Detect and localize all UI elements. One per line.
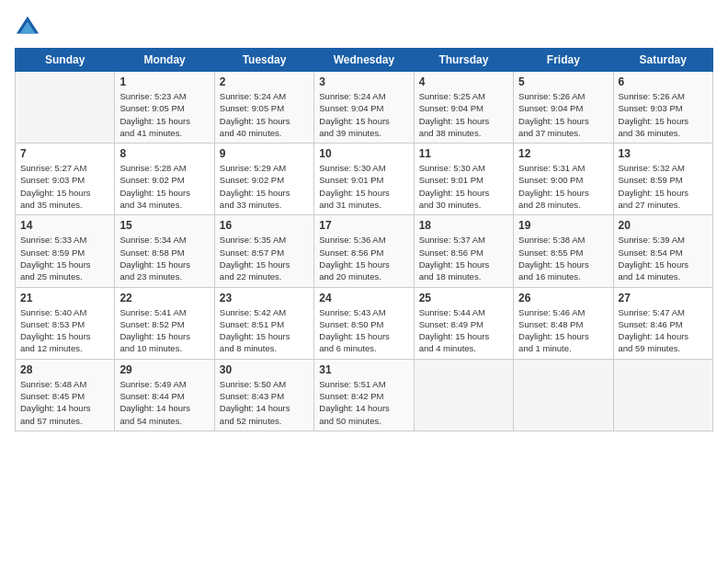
day-info: Sunrise: 5:24 AMSunset: 9:04 PMDaylight:… <box>319 90 408 139</box>
day-of-week-header: Tuesday <box>214 49 313 72</box>
calendar-cell: 26Sunrise: 5:46 AMSunset: 8:48 PMDayligh… <box>514 287 613 359</box>
day-number: 3 <box>319 75 408 88</box>
day-number: 9 <box>220 147 309 160</box>
day-number: 20 <box>619 219 708 232</box>
day-info: Sunrise: 5:36 AMSunset: 8:56 PMDaylight:… <box>319 234 408 282</box>
calendar-cell: 19Sunrise: 5:38 AMSunset: 8:55 PMDayligh… <box>514 215 613 287</box>
day-number: 17 <box>319 219 408 232</box>
day-number: 21 <box>20 292 109 304</box>
day-number: 29 <box>119 363 209 376</box>
day-number: 6 <box>619 75 708 88</box>
calendar-cell: 29Sunrise: 5:49 AMSunset: 8:44 PMDayligh… <box>115 359 214 431</box>
logo-icon <box>15 15 40 40</box>
day-number: 24 <box>319 292 408 304</box>
day-number: 10 <box>319 147 408 160</box>
calendar-cell: 22Sunrise: 5:41 AMSunset: 8:52 PMDayligh… <box>115 287 214 359</box>
day-info: Sunrise: 5:25 AMSunset: 9:04 PMDaylight:… <box>419 90 508 139</box>
calendar-cell: 9Sunrise: 5:29 AMSunset: 9:02 PMDaylight… <box>214 144 313 215</box>
day-info: Sunrise: 5:32 AMSunset: 8:59 PMDaylight:… <box>619 162 708 211</box>
day-number: 8 <box>119 147 209 160</box>
day-number: 4 <box>419 75 508 88</box>
day-info: Sunrise: 5:49 AMSunset: 8:44 PMDaylight:… <box>119 378 209 427</box>
day-number: 25 <box>419 292 508 304</box>
day-number: 23 <box>220 292 309 304</box>
day-number: 5 <box>518 75 608 88</box>
day-of-week-header: Friday <box>514 49 613 72</box>
day-of-week-header: Thursday <box>414 49 513 72</box>
calendar-cell: 31Sunrise: 5:51 AMSunset: 8:42 PMDayligh… <box>314 359 414 431</box>
calendar-cell <box>514 359 613 431</box>
day-info: Sunrise: 5:28 AMSunset: 9:02 PMDaylight:… <box>119 162 209 211</box>
day-info: Sunrise: 5:30 AMSunset: 9:01 PMDaylight:… <box>419 162 508 211</box>
day-number: 19 <box>518 219 608 232</box>
day-info: Sunrise: 5:26 AMSunset: 9:03 PMDaylight:… <box>619 90 708 139</box>
day-info: Sunrise: 5:31 AMSunset: 9:00 PMDaylight:… <box>518 162 608 211</box>
calendar-cell <box>16 72 115 144</box>
day-info: Sunrise: 5:41 AMSunset: 8:52 PMDaylight:… <box>119 306 209 355</box>
calendar-cell: 14Sunrise: 5:33 AMSunset: 8:59 PMDayligh… <box>16 215 115 287</box>
day-info: Sunrise: 5:50 AMSunset: 8:43 PMDaylight:… <box>220 378 309 427</box>
calendar-cell: 16Sunrise: 5:35 AMSunset: 8:57 PMDayligh… <box>214 215 313 287</box>
day-info: Sunrise: 5:33 AMSunset: 8:59 PMDaylight:… <box>20 234 109 282</box>
day-info: Sunrise: 5:39 AMSunset: 8:54 PMDaylight:… <box>619 234 708 282</box>
calendar-cell: 5Sunrise: 5:26 AMSunset: 9:04 PMDaylight… <box>514 72 613 144</box>
day-info: Sunrise: 5:34 AMSunset: 8:58 PMDaylight:… <box>119 234 209 282</box>
day-number: 18 <box>419 219 508 232</box>
day-info: Sunrise: 5:29 AMSunset: 9:02 PMDaylight:… <box>220 162 309 211</box>
day-info: Sunrise: 5:23 AMSunset: 9:05 PMDaylight:… <box>119 90 209 139</box>
calendar-week-row: 28Sunrise: 5:48 AMSunset: 8:45 PMDayligh… <box>16 359 713 431</box>
calendar-cell: 10Sunrise: 5:30 AMSunset: 9:01 PMDayligh… <box>314 144 414 215</box>
calendar-cell: 12Sunrise: 5:31 AMSunset: 9:00 PMDayligh… <box>514 144 613 215</box>
calendar-cell: 25Sunrise: 5:44 AMSunset: 8:49 PMDayligh… <box>414 287 513 359</box>
calendar-cell: 15Sunrise: 5:34 AMSunset: 8:58 PMDayligh… <box>115 215 214 287</box>
calendar-cell: 24Sunrise: 5:43 AMSunset: 8:50 PMDayligh… <box>314 287 414 359</box>
day-number: 28 <box>20 363 109 376</box>
day-info: Sunrise: 5:48 AMSunset: 8:45 PMDaylight:… <box>20 378 109 427</box>
logo <box>15 15 44 40</box>
calendar-week-row: 14Sunrise: 5:33 AMSunset: 8:59 PMDayligh… <box>16 215 713 287</box>
day-info: Sunrise: 5:30 AMSunset: 9:01 PMDaylight:… <box>319 162 408 211</box>
day-of-week-header: Wednesday <box>314 49 414 72</box>
day-of-week-header: Sunday <box>16 49 115 72</box>
calendar-cell: 6Sunrise: 5:26 AMSunset: 9:03 PMDaylight… <box>613 72 712 144</box>
day-number: 31 <box>319 363 408 376</box>
day-number: 15 <box>119 219 209 232</box>
day-number: 7 <box>20 147 109 160</box>
page-header <box>15 15 713 40</box>
day-info: Sunrise: 5:51 AMSunset: 8:42 PMDaylight:… <box>319 378 408 427</box>
calendar-cell: 23Sunrise: 5:42 AMSunset: 8:51 PMDayligh… <box>214 287 313 359</box>
calendar-cell: 28Sunrise: 5:48 AMSunset: 8:45 PMDayligh… <box>16 359 115 431</box>
day-info: Sunrise: 5:47 AMSunset: 8:46 PMDaylight:… <box>619 306 708 355</box>
day-info: Sunrise: 5:26 AMSunset: 9:04 PMDaylight:… <box>518 90 608 139</box>
calendar-week-row: 1Sunrise: 5:23 AMSunset: 9:05 PMDaylight… <box>16 72 713 144</box>
calendar-cell: 4Sunrise: 5:25 AMSunset: 9:04 PMDaylight… <box>414 72 513 144</box>
day-number: 13 <box>619 147 708 160</box>
calendar-header: SundayMondayTuesdayWednesdayThursdayFrid… <box>16 49 713 72</box>
calendar-week-row: 7Sunrise: 5:27 AMSunset: 9:03 PMDaylight… <box>16 144 713 215</box>
calendar-cell: 11Sunrise: 5:30 AMSunset: 9:01 PMDayligh… <box>414 144 513 215</box>
days-of-week-row: SundayMondayTuesdayWednesdayThursdayFrid… <box>16 49 713 72</box>
day-info: Sunrise: 5:40 AMSunset: 8:53 PMDaylight:… <box>20 306 109 355</box>
day-info: Sunrise: 5:46 AMSunset: 8:48 PMDaylight:… <box>518 306 608 355</box>
day-info: Sunrise: 5:35 AMSunset: 8:57 PMDaylight:… <box>220 234 309 282</box>
day-info: Sunrise: 5:43 AMSunset: 8:50 PMDaylight:… <box>319 306 408 355</box>
calendar-cell <box>613 359 712 431</box>
day-info: Sunrise: 5:37 AMSunset: 8:56 PMDaylight:… <box>419 234 508 282</box>
day-number: 16 <box>220 219 309 232</box>
calendar-cell: 13Sunrise: 5:32 AMSunset: 8:59 PMDayligh… <box>613 144 712 215</box>
day-number: 12 <box>518 147 608 160</box>
calendar-cell: 1Sunrise: 5:23 AMSunset: 9:05 PMDaylight… <box>115 72 214 144</box>
calendar-week-row: 21Sunrise: 5:40 AMSunset: 8:53 PMDayligh… <box>16 287 713 359</box>
calendar-body: 1Sunrise: 5:23 AMSunset: 9:05 PMDaylight… <box>16 72 713 431</box>
day-number: 1 <box>119 75 209 88</box>
calendar-cell: 18Sunrise: 5:37 AMSunset: 8:56 PMDayligh… <box>414 215 513 287</box>
day-number: 26 <box>518 292 608 304</box>
calendar-cell: 20Sunrise: 5:39 AMSunset: 8:54 PMDayligh… <box>613 215 712 287</box>
day-number: 22 <box>119 292 209 304</box>
calendar-cell: 8Sunrise: 5:28 AMSunset: 9:02 PMDaylight… <box>115 144 214 215</box>
day-of-week-header: Monday <box>115 49 214 72</box>
calendar-cell: 2Sunrise: 5:24 AMSunset: 9:05 PMDaylight… <box>214 72 313 144</box>
calendar-cell: 30Sunrise: 5:50 AMSunset: 8:43 PMDayligh… <box>214 359 313 431</box>
calendar-cell: 17Sunrise: 5:36 AMSunset: 8:56 PMDayligh… <box>314 215 414 287</box>
day-number: 2 <box>220 75 309 88</box>
